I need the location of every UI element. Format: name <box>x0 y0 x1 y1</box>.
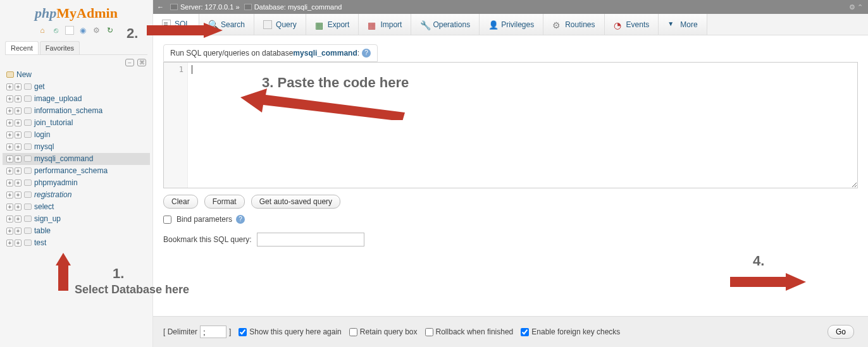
sql-icon[interactable] <box>65 26 74 35</box>
expand-icon[interactable]: + <box>6 143 13 150</box>
expand-icon-2[interactable]: + <box>15 83 22 90</box>
expand-icon[interactable]: + <box>6 204 13 210</box>
expand-icon-2[interactable]: + <box>15 131 22 138</box>
expand-icon-2[interactable]: + <box>15 216 22 222</box>
expand-icon-2[interactable]: + <box>15 119 22 126</box>
expand-icon[interactable]: + <box>6 167 13 174</box>
tab-query[interactable]: Query <box>254 14 306 35</box>
tab-sql[interactable]: SQL <box>153 14 199 35</box>
expand-icon-2[interactable]: + <box>15 95 22 102</box>
tree-item-label: mysql <box>34 142 54 151</box>
tree-item-sign_up[interactable]: ++sign_up <box>3 213 150 225</box>
tab-events[interactable]: ◔Events <box>605 14 659 35</box>
tab-operations[interactable]: 🔧Operations <box>411 14 480 35</box>
bind-help-icon[interactable]: ? <box>236 215 245 224</box>
bookmark-label: Bookmark this SQL query: <box>163 235 252 244</box>
expand-icon-2[interactable]: + <box>15 107 22 114</box>
retain-checkbox[interactable] <box>349 328 357 336</box>
line-number-1: 1 <box>179 65 183 74</box>
expand-icon-2[interactable]: + <box>15 192 22 198</box>
rollback-checkbox[interactable] <box>425 328 433 336</box>
database-icon <box>24 95 32 102</box>
bc-db-value[interactable]: mysqli_command <box>288 3 342 11</box>
tab-import[interactable]: ▦Import <box>359 14 411 35</box>
tree-item-mysqli_command[interactable]: ++mysqli_command <box>3 153 150 165</box>
reload-icon[interactable]: ↻ <box>106 26 115 35</box>
tree-item-select[interactable]: ++select <box>3 201 150 213</box>
link-icon[interactable]: ⌘ <box>137 59 146 66</box>
expand-icon[interactable]: + <box>6 240 13 247</box>
tree-item-phpmyadmin[interactable]: ++phpmyadmin <box>3 177 150 189</box>
tab-privileges[interactable]: 👤Privileges <box>480 14 543 35</box>
expand-icon[interactable]: + <box>6 180 13 186</box>
fk-checkbox[interactable] <box>521 328 529 336</box>
sidebar-tabs: Recent Favorites <box>5 41 147 55</box>
autosaved-button[interactable]: Get auto-saved query <box>251 195 340 209</box>
expand-icon[interactable]: + <box>6 192 13 198</box>
rollback-option[interactable]: Rollback when finished <box>425 327 514 336</box>
expand-icon[interactable]: + <box>6 95 13 102</box>
logo-php: php <box>35 5 56 21</box>
database-icon <box>24 192 32 198</box>
clear-button[interactable]: Clear <box>163 195 198 209</box>
sql-editor[interactable]: 1 <box>163 62 858 188</box>
bookmark-input[interactable] <box>257 233 364 247</box>
page-settings-icon[interactable]: ⚙ ⌃ <box>849 3 863 11</box>
home-icon[interactable]: ⌂ <box>38 26 47 35</box>
expand-icon-2[interactable]: + <box>15 228 22 234</box>
delimiter-input[interactable] <box>200 326 226 338</box>
tab-recent[interactable]: Recent <box>5 41 39 54</box>
server-icon <box>170 4 178 10</box>
tree-item-join_tutorial[interactable]: ++join_tutorial <box>3 117 150 129</box>
help-icon[interactable]: ? <box>362 49 371 58</box>
tree-item-login[interactable]: ++login <box>3 129 150 141</box>
docs-icon[interactable]: ◉ <box>78 26 87 35</box>
collapse-icon[interactable]: – <box>125 59 134 66</box>
tab-query-label: Query <box>276 20 297 29</box>
go-button[interactable]: Go <box>828 325 854 339</box>
expand-icon[interactable]: + <box>6 155 13 162</box>
expand-icon[interactable]: + <box>6 83 13 90</box>
expand-icon-2[interactable]: + <box>15 155 22 162</box>
format-button[interactable]: Format <box>204 195 245 209</box>
tab-more[interactable]: ▼More <box>659 14 707 35</box>
expand-icon-2[interactable]: + <box>15 180 22 186</box>
tree-item-registration[interactable]: ++registration <box>3 189 150 201</box>
settings-icon[interactable]: ⚙ <box>92 26 101 35</box>
tree-item-table[interactable]: ++table <box>3 225 150 237</box>
expand-icon-2[interactable]: + <box>15 143 22 150</box>
expand-icon[interactable]: + <box>6 228 13 234</box>
tree-item-mysql[interactable]: ++mysql <box>3 141 150 153</box>
bc-server-value[interactable]: 127.0.0.1 <box>205 3 234 11</box>
expand-icon[interactable]: + <box>6 131 13 138</box>
tree-item-get[interactable]: ++get <box>3 81 150 93</box>
logo[interactable]: phpMyAdmin <box>0 5 152 21</box>
footer-bar: [ Delimiter ] Show this query here again… <box>153 316 868 347</box>
show-again-option[interactable]: Show this query here again <box>239 327 341 336</box>
editor-code-area[interactable] <box>188 63 857 188</box>
fk-option[interactable]: Enable foreign key checks <box>521 327 620 336</box>
new-db-icon <box>6 71 14 78</box>
tree-item-test[interactable]: ++test <box>3 237 150 249</box>
tree-item-performance_schema[interactable]: ++performance_schema <box>3 165 150 177</box>
tree-item-information_schema[interactable]: ++information_schema <box>3 105 150 117</box>
bind-params-checkbox[interactable] <box>163 216 171 224</box>
tab-favorites[interactable]: Favorites <box>40 41 80 54</box>
panel-dbname: mysqli_command <box>293 49 357 58</box>
tree-new[interactable]: New <box>3 69 150 81</box>
tab-routines[interactable]: ⚙Routines <box>543 14 604 35</box>
retain-option[interactable]: Retain query box <box>349 327 418 336</box>
tree-item-image_upload[interactable]: ++image_upload <box>3 93 150 105</box>
tab-search[interactable]: 🔍Search <box>199 14 254 35</box>
expand-icon[interactable]: + <box>6 107 13 114</box>
panel-prefix: Run SQL query/queries on database <box>170 49 293 58</box>
back-icon[interactable]: ← <box>157 3 164 11</box>
tab-export[interactable]: ▦Export <box>306 14 359 35</box>
show-again-checkbox[interactable] <box>239 328 247 336</box>
expand-icon-2[interactable]: + <box>15 204 22 210</box>
expand-icon[interactable]: + <box>6 119 13 126</box>
exit-icon[interactable]: ⎋ <box>51 26 60 35</box>
expand-icon[interactable]: + <box>6 216 13 222</box>
expand-icon-2[interactable]: + <box>15 167 22 174</box>
expand-icon-2[interactable]: + <box>15 240 22 247</box>
